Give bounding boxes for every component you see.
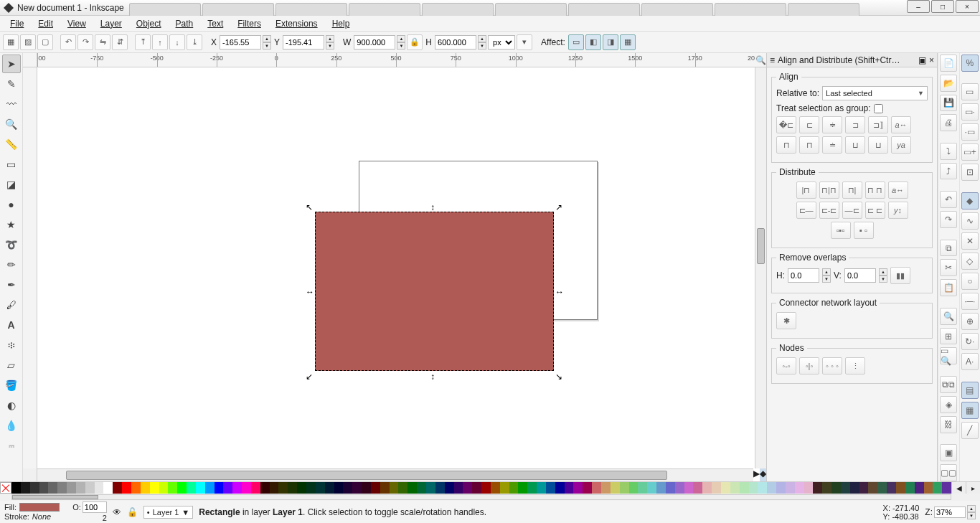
- swatch[interactable]: [877, 482, 887, 494]
- swatch[interactable]: [942, 482, 951, 494]
- vertical-scrollbar[interactable]: [755, 67, 766, 468]
- text-tool[interactable]: A: [2, 316, 21, 334]
- minimize-button[interactable]: –: [907, 0, 930, 13]
- snap-bbox-edge-button[interactable]: ▭·: [961, 103, 979, 121]
- swatch[interactable]: [509, 482, 519, 494]
- duplicate-button[interactable]: ⧉⧉: [940, 376, 957, 393]
- swatch[interactable]: [454, 482, 463, 494]
- treat-group-checkbox[interactable]: [874, 104, 883, 113]
- redo-button[interactable]: ↷: [940, 211, 957, 228]
- rectangle-tool[interactable]: ▭: [2, 155, 21, 174]
- snap-page-button[interactable]: ▤: [961, 382, 979, 399]
- swatch[interactable]: [187, 482, 196, 494]
- zoom-sel-button[interactable]: 🔍: [940, 308, 957, 325]
- swatch[interactable]: [131, 482, 141, 494]
- print-button[interactable]: 🖨: [940, 114, 957, 131]
- swatch[interactable]: [730, 482, 740, 494]
- swatch[interactable]: [565, 482, 574, 494]
- swatch[interactable]: [905, 482, 915, 494]
- ruler-horizontal[interactable]: -1000-750-500-25002505007501000125015001…: [37, 53, 755, 67]
- unlink-button[interactable]: ⛓: [940, 416, 957, 433]
- select-all-button[interactable]: ▦: [3, 34, 19, 50]
- connector-tool[interactable]: ⎓: [2, 436, 21, 455]
- bezier-tool[interactable]: ✒: [2, 275, 21, 294]
- 3dbox-tool[interactable]: ◪: [2, 175, 21, 194]
- swatch[interactable]: [481, 482, 491, 494]
- menu-edit[interactable]: Edit: [31, 17, 60, 30]
- lock-aspect-button[interactable]: 🔒: [407, 34, 423, 50]
- snap-midpoint-button[interactable]: ·─·: [961, 293, 979, 310]
- gradient-tool[interactable]: ◐: [2, 396, 21, 415]
- swatch[interactable]: [859, 482, 869, 494]
- dist-top-button[interactable]: ⊏—: [796, 202, 816, 219]
- swatch[interactable]: [11, 482, 21, 494]
- swatch[interactable]: [242, 482, 251, 494]
- swatch-scroll-left[interactable]: ◀: [951, 482, 966, 494]
- nodes-align-h-button[interactable]: ◦-◦: [776, 357, 796, 374]
- align-center-v-button[interactable]: ≐: [822, 136, 842, 154]
- nodes-dist-h-button[interactable]: ◦ ◦ ◦: [822, 357, 842, 374]
- swatch-scrollbar[interactable]: [0, 494, 980, 501]
- menu-file[interactable]: File: [3, 17, 31, 30]
- snap-bbox-button[interactable]: ▭: [961, 83, 979, 100]
- swatch[interactable]: [702, 482, 712, 494]
- dist-text-h-button[interactable]: a↔: [888, 182, 908, 199]
- swatch[interactable]: [573, 482, 583, 494]
- lower-bottom-button[interactable]: ⤓: [187, 34, 202, 50]
- w-spinner[interactable]: ▲▼: [397, 35, 405, 50]
- new-doc-button[interactable]: 📄: [940, 55, 957, 72]
- overlap-h-spinner[interactable]: ▲▼: [822, 268, 831, 283]
- swatch[interactable]: [168, 482, 177, 494]
- zoom-tool[interactable]: 🔍: [2, 115, 21, 133]
- swatch[interactable]: [712, 482, 721, 494]
- undo-button[interactable]: ↶: [940, 191, 957, 208]
- align-right-edge-button[interactable]: ⊐⟧: [868, 116, 888, 133]
- swatch[interactable]: [435, 482, 445, 494]
- save-doc-button[interactable]: 💾: [940, 95, 957, 112]
- dropper-tool[interactable]: 💧: [2, 416, 21, 435]
- swatch[interactable]: [555, 482, 565, 494]
- x-input[interactable]: [220, 35, 261, 50]
- affect-pattern-button[interactable]: ▦: [620, 34, 636, 50]
- no-color-swatch[interactable]: [0, 482, 11, 494]
- swatch[interactable]: [371, 482, 380, 494]
- handle-n[interactable]: ↕: [430, 202, 439, 211]
- menu-object[interactable]: Object: [129, 17, 169, 30]
- snap-smooth-button[interactable]: ○: [961, 273, 979, 290]
- lower-button[interactable]: ↓: [169, 34, 185, 50]
- dist-text-v-button[interactable]: y↕: [888, 202, 908, 219]
- align-bottom-button[interactable]: ⊔: [845, 136, 865, 154]
- paste-button[interactable]: 📋: [940, 279, 957, 296]
- swatch[interactable]: [767, 482, 776, 494]
- zoom-input[interactable]: [934, 506, 966, 518]
- close-button[interactable]: ×: [956, 0, 979, 13]
- apply-remove-overlaps-button[interactable]: ▮▮: [890, 267, 910, 284]
- swatch[interactable]: [693, 482, 702, 494]
- node-tool[interactable]: ✎: [2, 75, 21, 93]
- swatch[interactable]: [546, 482, 555, 494]
- swatch[interactable]: [721, 482, 730, 494]
- affect-stroke-button[interactable]: ▭: [568, 34, 584, 50]
- swatch[interactable]: [518, 482, 527, 494]
- swatch[interactable]: [749, 482, 758, 494]
- swatch[interactable]: [629, 482, 639, 494]
- swatch[interactable]: [362, 482, 371, 494]
- menu-layer[interactable]: Layer: [93, 17, 129, 30]
- swatch[interactable]: [343, 482, 352, 494]
- snap-text-button[interactable]: A·: [961, 353, 979, 370]
- dock-close-button[interactable]: ×: [929, 55, 934, 65]
- swatch[interactable]: [831, 482, 841, 494]
- snap-path-button[interactable]: ∿: [961, 212, 979, 230]
- menu-help[interactable]: Help: [325, 17, 357, 30]
- nodes-dist-v-button[interactable]: ⋮: [845, 357, 865, 374]
- flip-v-button[interactable]: ⇵: [112, 34, 128, 50]
- swatch[interactable]: [21, 482, 30, 494]
- snap-bbox-mid-button[interactable]: ▭+: [961, 143, 979, 161]
- swatch[interactable]: [232, 482, 242, 494]
- swatch[interactable]: [804, 482, 814, 494]
- select-all-layers-button[interactable]: ▨: [20, 34, 36, 50]
- swatch[interactable]: [141, 482, 150, 494]
- swatch[interactable]: [472, 482, 481, 494]
- swatch[interactable]: [887, 482, 896, 494]
- swatch[interactable]: [675, 482, 684, 494]
